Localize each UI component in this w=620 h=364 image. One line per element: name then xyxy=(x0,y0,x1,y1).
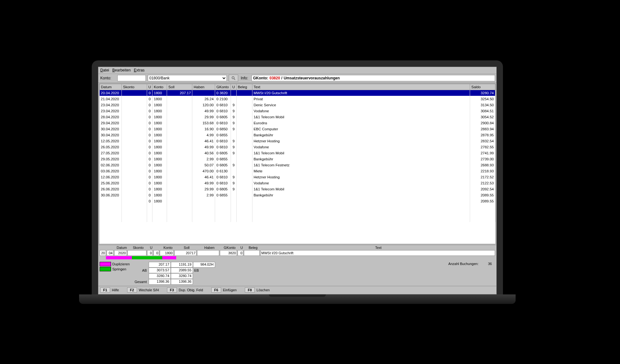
entry-year[interactable] xyxy=(114,250,127,256)
search-button[interactable] xyxy=(229,75,238,82)
info-prefix: GKonto: xyxy=(253,76,268,80)
f1-key[interactable]: F1 xyxy=(100,287,110,293)
sum-r1c3: 984.02H xyxy=(193,262,215,268)
col-konto[interactable]: Konto xyxy=(152,84,167,90)
col-gkonto[interactable]: GKonto xyxy=(215,84,231,90)
svg-line-1 xyxy=(234,79,235,80)
sum-block: 207.17 1191.19 984.02H AB 3073.57 2089.5… xyxy=(133,262,215,285)
table-row[interactable]: 26.06.20200180029.990 680591&1 Telecom M… xyxy=(100,186,495,192)
table-row[interactable]: 23.04.202001800120.000 68109Denic Servic… xyxy=(100,102,495,108)
sum-r1c2: 1191.19 xyxy=(171,262,193,268)
entry-label: Text xyxy=(262,246,495,250)
entry-u[interactable] xyxy=(147,250,153,256)
info-box: GKonto: 03820 / Umsatzsteuervorauszahlun… xyxy=(251,75,495,81)
entry-month[interactable] xyxy=(107,250,114,256)
entry-label xyxy=(155,246,160,250)
table-row[interactable]: 03.06.202001800470.000 6130Miete2218.93 xyxy=(100,168,495,174)
color-bar xyxy=(106,256,495,259)
entry-label xyxy=(101,246,107,250)
table-row[interactable]: 28.04.20200180029.990 680591&1 Telecom M… xyxy=(100,114,495,120)
table-row[interactable]: 21.04.20200180026.240 2100Privat3254.50 xyxy=(100,96,495,102)
entry-konto[interactable] xyxy=(160,250,174,256)
menu-bar: Datei Bearbeiten Extras xyxy=(98,67,496,74)
entry-label: Soll xyxy=(176,246,198,250)
table-row[interactable]: 23.04.20200180049.990 68109Vodafone3084.… xyxy=(100,108,495,114)
legend-dup: Duplizieren xyxy=(112,262,130,266)
table-row[interactable]: 30.04.2020018004.990 6855Bankgebühr2878.… xyxy=(100,132,495,138)
table-row[interactable]: 26.05.20200180049.990 68109Vodafone2782.… xyxy=(100,144,495,150)
table-row-empty xyxy=(100,204,495,210)
col-skonto[interactable]: Skonto xyxy=(122,84,147,90)
table-row[interactable]: 25.06.20200180049.990 68109Vodafone2122.… xyxy=(100,180,495,186)
f8-label: Löschen xyxy=(257,288,270,292)
table-row-empty xyxy=(100,216,495,222)
f8-key[interactable]: F8 xyxy=(245,287,255,293)
count-area: Anzahl Buchungen: 36 xyxy=(448,262,495,266)
entry-gkonto[interactable] xyxy=(220,250,237,256)
sum-r1c1: 207.17 xyxy=(149,262,171,268)
col-haben[interactable]: Haben xyxy=(192,84,215,90)
col-soll[interactable]: Soll xyxy=(167,84,192,90)
entry-label: Datum xyxy=(115,246,128,250)
f1-label: Hilfe xyxy=(112,288,119,292)
legend-box-spr xyxy=(100,267,111,271)
entry-label: GKonto xyxy=(221,246,238,250)
col-saldo[interactable]: Saldo xyxy=(470,84,495,90)
entry-text[interactable] xyxy=(260,250,495,256)
konto-select[interactable]: 01800/Bank xyxy=(148,75,227,81)
table-row[interactable]: 018002089.55 xyxy=(100,198,495,204)
f6-key[interactable]: F6 xyxy=(211,287,221,293)
entry-beleg[interactable] xyxy=(244,250,260,256)
entry-label: U xyxy=(148,246,154,250)
sum-r4c2: 1398.36 xyxy=(171,279,193,285)
eb-label: EB xyxy=(193,268,215,272)
entry-label: Konto xyxy=(161,246,175,250)
konto-input[interactable] xyxy=(117,75,146,81)
bar-magenta-1 xyxy=(106,256,132,259)
table-row[interactable]: 12.06.20200180046.410 68109Hetzner Hosti… xyxy=(100,174,495,180)
table-row[interactable]: 30.06.2020018002.990 6855Bankgebühr2089.… xyxy=(100,192,495,198)
bookings-table-wrap: DatumSkontoUKontoSollHabenGKontoUBelegTe… xyxy=(99,83,496,244)
col-beleg[interactable]: Beleg xyxy=(236,84,252,90)
col-u[interactable]: U xyxy=(147,84,152,90)
table-row[interactable]: 29.05.2020018002.990 6855Bankgebühr2739.… xyxy=(100,156,495,162)
sum-r3c1: 3280.74 xyxy=(149,273,171,279)
sum-r2c1: 3073.57 xyxy=(149,268,171,273)
gesamt-label: Gesamt xyxy=(133,280,149,284)
menu-bearbeiten[interactable]: Bearbeiten xyxy=(112,68,131,73)
entry-gu[interactable] xyxy=(238,250,243,256)
col-text[interactable]: Text xyxy=(252,84,470,90)
table-row[interactable]: 29.04.202001800153.680 68109Eurodns2900.… xyxy=(100,120,495,126)
entry-area: DatumSkontoUKontoSollHabenGKontoUBelegTe… xyxy=(98,245,496,286)
legend-box-dup xyxy=(100,262,111,266)
info-sep: / xyxy=(281,76,282,80)
bar-green xyxy=(132,256,162,259)
count-value: 36 xyxy=(488,262,492,266)
table-row[interactable]: 12.05.20200180046.410 68109Hetzner Hosti… xyxy=(100,138,495,144)
entry-haben[interactable] xyxy=(197,250,219,256)
sum-r2c2: 2089.55 xyxy=(171,268,193,273)
fkey-bar: F1 Hilfe F2 Wechsle S/H F3 Dup. Obig. Fe… xyxy=(98,286,496,294)
entry-day[interactable] xyxy=(100,250,106,256)
entry-u0[interactable] xyxy=(153,250,159,256)
search-icon xyxy=(231,76,236,80)
bookings-table: DatumSkontoUKontoSollHabenGKontoUBelegTe… xyxy=(99,84,495,222)
table-row-empty xyxy=(100,210,495,216)
entry-soll[interactable] xyxy=(174,250,196,256)
col-u[interactable]: U xyxy=(231,84,236,90)
entry-skonto[interactable] xyxy=(127,250,146,256)
legend: Duplizieren Springen xyxy=(100,262,130,272)
col-datum[interactable]: Datum xyxy=(100,84,122,90)
table-row[interactable]: 30.04.20200180016.900 68509EBC Computer2… xyxy=(100,126,495,132)
ab-label: AB xyxy=(133,268,149,272)
entry-label: U xyxy=(239,246,245,250)
svg-point-0 xyxy=(232,77,234,79)
table-row[interactable]: 02.06.20200180050.070 680591&1 Telecom F… xyxy=(100,162,495,168)
menu-extras[interactable]: Extras xyxy=(134,68,145,73)
table-row[interactable]: 27.05.20200180040.560 680591&1 Telecom M… xyxy=(100,150,495,156)
menu-datei[interactable]: Datei xyxy=(100,68,109,73)
entry-label: Haben xyxy=(198,246,220,250)
f2-key[interactable]: F2 xyxy=(127,287,137,293)
table-row[interactable]: 20.04.202001800207.170 3820MWSt I/20 Gut… xyxy=(100,90,495,96)
f3-key[interactable]: F3 xyxy=(167,287,177,293)
